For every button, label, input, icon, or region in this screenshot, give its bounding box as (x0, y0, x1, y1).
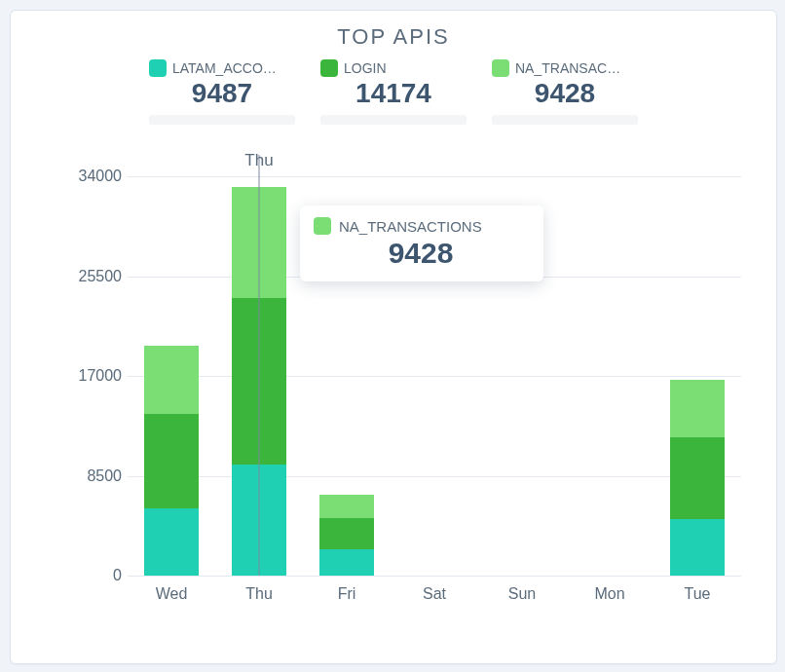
x-axis-tick: Sat (423, 585, 446, 603)
legend-value: 9487 (149, 79, 295, 109)
y-axis-tick: 34000 (69, 168, 122, 185)
chart-tooltip: NA_TRANSACTIONS9428 (300, 205, 543, 281)
highlight-category-label: Thu (244, 151, 273, 170)
bar-segment[interactable] (670, 437, 725, 519)
y-axis-tick: 25500 (69, 268, 122, 285)
bar-segment[interactable] (670, 519, 725, 576)
legend-label: LATAM_ACCO… (172, 60, 277, 76)
bar-segment[interactable] (144, 346, 199, 414)
y-axis-tick: 0 (69, 567, 122, 584)
legend-underline (149, 115, 295, 125)
legend-value: 9428 (492, 79, 638, 109)
bar-segment[interactable] (319, 495, 374, 518)
x-axis-tick: Thu (245, 585, 273, 603)
swatch-icon (320, 59, 338, 77)
legend-item-na-transactions[interactable]: NA_TRANSAC… 9428 (492, 59, 638, 125)
x-axis-tick: Wed (156, 585, 188, 603)
gridline (128, 576, 741, 577)
legend-row: LATAM_ACCO… 9487 LOGIN 14174 NA_TRANSAC…… (11, 59, 776, 125)
legend-underline (320, 115, 467, 125)
bar-segment[interactable] (144, 414, 199, 509)
legend-value: 14174 (320, 79, 467, 109)
y-axis-tick: 17000 (69, 367, 122, 385)
y-axis-tick: 8500 (69, 467, 122, 485)
highlight-line (259, 155, 260, 576)
legend-label: NA_TRANSAC… (515, 60, 620, 76)
bar-segment[interactable] (319, 518, 374, 550)
legend-label: LOGIN (344, 60, 387, 76)
bar-group[interactable] (144, 346, 199, 576)
gridline (128, 476, 741, 477)
legend-item-login[interactable]: LOGIN 14174 (320, 59, 467, 125)
bar-group[interactable] (319, 495, 374, 576)
x-axis-tick: Sun (508, 585, 536, 603)
tooltip-value: 9428 (314, 237, 528, 270)
x-axis-tick: Mon (594, 585, 624, 603)
chart-plot[interactable]: 08500170002550034000WedThuFriSatSunMonTu… (128, 176, 741, 576)
bar-group[interactable] (670, 380, 725, 576)
swatch-icon (492, 59, 509, 77)
legend-item-latam[interactable]: LATAM_ACCO… 9487 (149, 59, 295, 125)
bar-segment[interactable] (144, 508, 199, 576)
swatch-icon (314, 217, 331, 235)
card-title: TOP APIS (11, 24, 776, 50)
tooltip-series-label: NA_TRANSACTIONS (339, 218, 482, 235)
x-axis-tick: Tue (685, 585, 711, 603)
swatch-icon (149, 59, 167, 77)
x-axis-tick: Fri (338, 585, 356, 603)
bar-segment[interactable] (319, 549, 374, 576)
chart-area: 08500170002550034000WedThuFriSatSunMonTu… (69, 167, 751, 615)
gridline (128, 176, 741, 177)
legend-underline (492, 115, 638, 125)
gridline (128, 376, 741, 377)
top-apis-card: TOP APIS LATAM_ACCO… 9487 LOGIN 14174 NA… (10, 10, 777, 664)
bar-segment[interactable] (670, 380, 725, 437)
